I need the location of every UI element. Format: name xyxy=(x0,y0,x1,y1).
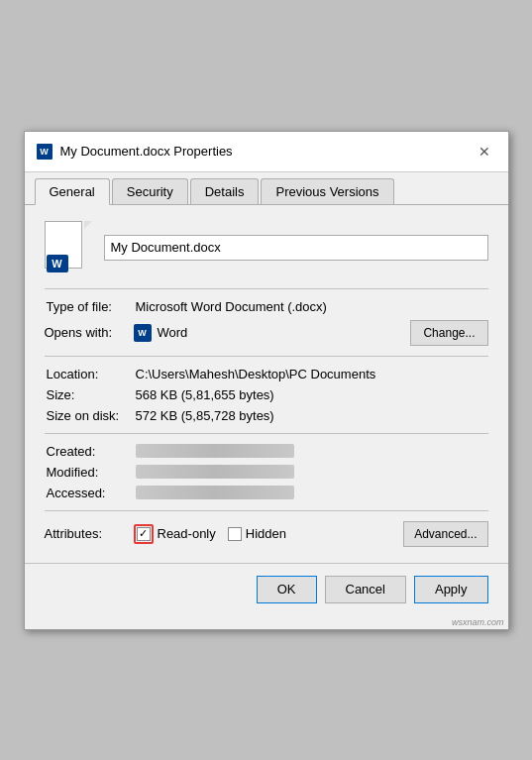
ok-button[interactable]: OK xyxy=(257,576,317,603)
size-label: Size: xyxy=(47,387,136,402)
attributes-items: Read-only Hidden Advanced... xyxy=(134,521,488,547)
readonly-checkbox[interactable] xyxy=(137,527,151,541)
readonly-item: Read-only xyxy=(134,524,216,544)
title-bar-left: W My Document.docx Properties xyxy=(37,144,233,160)
hidden-label: Hidden xyxy=(246,526,286,541)
opens-with-row: Opens with: W Word Change... xyxy=(45,320,488,346)
tab-general[interactable]: General xyxy=(35,178,110,205)
cancel-button[interactable]: Cancel xyxy=(325,576,406,603)
created-value xyxy=(136,444,294,458)
type-row: Type of file: Microsoft Word Document (.… xyxy=(45,299,488,314)
opens-with-app: W Word xyxy=(134,324,188,342)
opens-with-content: W Word Change... xyxy=(134,320,488,346)
advanced-button[interactable]: Advanced... xyxy=(403,521,487,547)
word-icon-small: W xyxy=(134,324,152,342)
tab-security[interactable]: Security xyxy=(112,178,188,204)
hidden-item: Hidden xyxy=(228,526,286,541)
close-button[interactable]: ✕ xyxy=(473,140,496,163)
location-value: C:\Users\Mahesh\Desktop\PC Documents xyxy=(136,367,486,381)
modified-label: Modified: xyxy=(47,465,136,480)
file-header: W xyxy=(45,221,488,274)
footer: OK Cancel Apply xyxy=(25,563,508,615)
opens-label: Opens with: xyxy=(45,325,134,340)
tab-bar: General Security Details Previous Versio… xyxy=(25,172,508,205)
window-title: My Document.docx Properties xyxy=(60,144,233,159)
created-label: Created: xyxy=(47,444,136,459)
divider-2 xyxy=(45,356,488,357)
accessed-value xyxy=(136,486,294,499)
opens-app-name: Word xyxy=(158,325,188,340)
accessed-label: Accessed: xyxy=(47,486,136,500)
size-disk-label: Size on disk: xyxy=(47,408,136,423)
location-label: Location: xyxy=(47,367,136,381)
change-button[interactable]: Change... xyxy=(410,320,487,346)
readonly-checkbox-wrapper xyxy=(134,524,154,544)
modified-value xyxy=(136,465,294,479)
apply-button[interactable]: Apply xyxy=(414,576,488,603)
file-icon: W xyxy=(45,221,92,274)
file-fold xyxy=(84,221,92,229)
watermark: wsxnam.com xyxy=(25,615,508,629)
word-badge: W xyxy=(47,255,68,272)
size-row: Size: 568 KB (5,81,655 bytes) xyxy=(45,387,488,402)
attributes-row: Attributes: Read-only Hidden Advanced... xyxy=(45,521,488,547)
hidden-checkbox[interactable] xyxy=(228,527,242,541)
created-row: Created: xyxy=(45,444,488,459)
size-disk-value: 572 KB (5,85,728 bytes) xyxy=(136,408,486,423)
size-value: 568 KB (5,81,655 bytes) xyxy=(136,387,486,402)
attributes-label: Attributes: xyxy=(45,526,134,541)
location-row: Location: C:\Users\Mahesh\Desktop\PC Doc… xyxy=(45,367,488,381)
type-value: Microsoft Word Document (.docx) xyxy=(136,299,486,314)
divider-4 xyxy=(45,510,488,511)
accessed-row: Accessed: xyxy=(45,486,488,500)
tab-previous-versions[interactable]: Previous Versions xyxy=(261,178,393,204)
app-icon: W xyxy=(37,144,53,160)
title-bar: W My Document.docx Properties ✕ xyxy=(25,132,508,172)
divider-3 xyxy=(45,433,488,434)
properties-window: W My Document.docx Properties ✕ General … xyxy=(24,131,509,630)
readonly-label: Read-only xyxy=(158,526,216,541)
divider-1 xyxy=(45,288,488,289)
size-disk-row: Size on disk: 572 KB (5,85,728 bytes) xyxy=(45,408,488,423)
tab-content: W Type of file: Microsoft Word Document … xyxy=(25,205,508,563)
tab-details[interactable]: Details xyxy=(190,178,260,204)
filename-input[interactable] xyxy=(104,235,488,261)
type-label: Type of file: xyxy=(47,299,136,314)
modified-row: Modified: xyxy=(45,465,488,480)
